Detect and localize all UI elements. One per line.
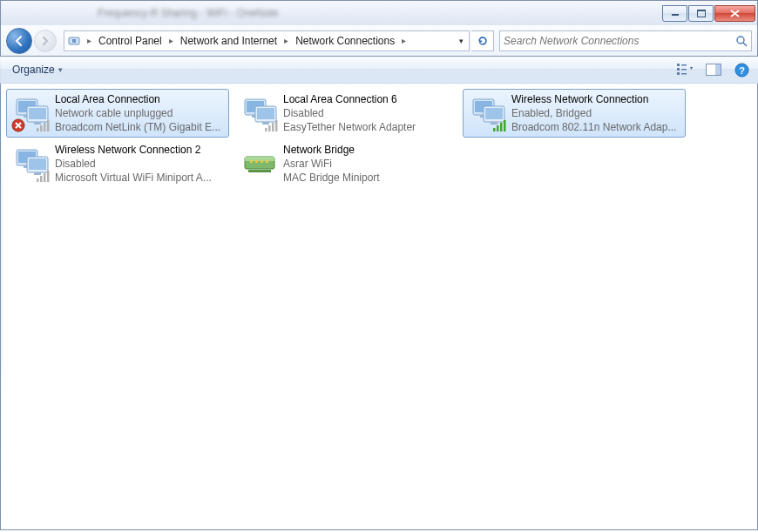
connection-item[interactable]: Local Area Connection Network cable unpl… bbox=[6, 89, 229, 138]
svg-rect-7 bbox=[677, 64, 680, 66]
svg-rect-24 bbox=[37, 128, 39, 131]
edge-glow bbox=[0, 84, 3, 530]
window-title: Frequency-R Sharing - WiFi - OneNote bbox=[2, 7, 662, 19]
connection-status: Asrar WiFi bbox=[283, 157, 454, 171]
svg-rect-60 bbox=[248, 170, 271, 172]
svg-rect-62 bbox=[255, 160, 258, 163]
arrow-left-icon bbox=[13, 35, 25, 47]
breadcrumb-sep[interactable]: ▸ bbox=[166, 36, 177, 45]
svg-rect-37 bbox=[275, 120, 278, 131]
view-options-button[interactable] bbox=[676, 60, 695, 79]
connection-text: Wireless Network Connection 2 Disabled M… bbox=[53, 143, 226, 185]
svg-rect-11 bbox=[677, 72, 680, 75]
svg-rect-64 bbox=[266, 160, 268, 163]
svg-rect-0 bbox=[672, 14, 679, 16]
breadcrumb-sep[interactable]: ▸ bbox=[281, 36, 292, 45]
svg-rect-57 bbox=[47, 171, 50, 182]
address-breadcrumb[interactable]: ▸ Control Panel ▸ Network and Internet ▸… bbox=[64, 30, 470, 51]
connection-icon bbox=[238, 143, 281, 185]
window-titlebar: Frequency-R Sharing - WiFi - OneNote bbox=[0, 0, 758, 25]
location-icon bbox=[64, 31, 84, 51]
svg-rect-46 bbox=[500, 123, 503, 131]
svg-rect-8 bbox=[681, 64, 687, 66]
svg-rect-54 bbox=[37, 178, 39, 182]
preview-pane-icon bbox=[706, 64, 721, 76]
connection-item[interactable]: Wireless Network Connection 2 Disabled M… bbox=[6, 139, 229, 188]
connection-text: Network Bridge Asrar WiFi MAC Bridge Min… bbox=[281, 143, 454, 185]
navigation-bar: ▸ Control Panel ▸ Network and Internet ▸… bbox=[0, 25, 758, 57]
connection-device: Broadcom NetLink (TM) Gigabit E... bbox=[55, 120, 226, 134]
svg-rect-55 bbox=[40, 176, 43, 182]
connection-title: Local Area Connection bbox=[55, 92, 226, 106]
connection-text: Local Area Connection 6 Disabled EasyTet… bbox=[281, 92, 454, 134]
svg-rect-36 bbox=[272, 123, 274, 131]
search-box[interactable] bbox=[499, 30, 752, 51]
search-input[interactable] bbox=[504, 35, 735, 47]
svg-rect-63 bbox=[261, 160, 263, 163]
breadcrumb-sep[interactable]: ▸ bbox=[84, 36, 95, 45]
content-area[interactable]: Local Area Connection Network cable unpl… bbox=[0, 84, 758, 530]
nav-back-button[interactable] bbox=[6, 28, 32, 54]
svg-rect-9 bbox=[677, 68, 680, 71]
connection-title: Local Area Connection 6 bbox=[283, 92, 454, 106]
window-buttons bbox=[662, 5, 756, 22]
svg-rect-25 bbox=[40, 125, 43, 131]
minimize-button[interactable] bbox=[662, 5, 687, 22]
svg-rect-45 bbox=[497, 125, 499, 131]
nav-forward-button[interactable] bbox=[34, 30, 57, 52]
search-icon bbox=[735, 35, 748, 47]
breadcrumb-sep[interactable]: ▸ bbox=[398, 36, 409, 45]
svg-rect-56 bbox=[44, 173, 46, 182]
connection-status: Network cable unplugged bbox=[55, 106, 226, 120]
close-button[interactable] bbox=[714, 5, 755, 22]
connection-status: Disabled bbox=[55, 157, 226, 171]
refresh-button[interactable] bbox=[471, 30, 494, 51]
svg-rect-27 bbox=[47, 120, 50, 131]
svg-rect-2 bbox=[697, 10, 706, 11]
svg-rect-59 bbox=[245, 157, 274, 161]
svg-line-6 bbox=[743, 43, 747, 46]
connection-text: Local Area Connection Network cable unpl… bbox=[53, 92, 226, 134]
svg-point-5 bbox=[737, 37, 744, 44]
preview-pane-button[interactable] bbox=[704, 60, 723, 79]
svg-rect-26 bbox=[44, 123, 46, 131]
connection-text: Wireless Network Connection Enabled, Bri… bbox=[510, 92, 682, 134]
breadcrumb-dropdown[interactable]: ▾ bbox=[453, 31, 469, 51]
maximize-button[interactable] bbox=[688, 5, 714, 22]
svg-rect-47 bbox=[504, 120, 506, 131]
help-icon: ? bbox=[734, 63, 749, 77]
svg-rect-4 bbox=[72, 39, 76, 43]
connection-title: Wireless Network Connection bbox=[511, 92, 682, 106]
connection-title: Network Bridge bbox=[283, 143, 454, 157]
connection-item[interactable]: Local Area Connection 6 Disabled EasyTet… bbox=[234, 89, 457, 138]
connection-icon bbox=[10, 92, 53, 134]
svg-text:?: ? bbox=[739, 64, 745, 75]
connection-item[interactable]: Wireless Network Connection Enabled, Bri… bbox=[463, 89, 686, 138]
connection-item[interactable]: Network Bridge Asrar WiFi MAC Bridge Min… bbox=[234, 139, 457, 188]
svg-rect-14 bbox=[715, 64, 721, 75]
connection-status: Disabled bbox=[283, 106, 454, 120]
connection-device: Microsoft Virtual WiFi Miniport A... bbox=[55, 171, 226, 185]
crumb-network-internet[interactable]: Network and Internet bbox=[177, 35, 281, 47]
toolbar: Organize ? bbox=[0, 57, 758, 84]
refresh-icon bbox=[477, 35, 489, 47]
svg-rect-61 bbox=[250, 160, 253, 163]
svg-rect-10 bbox=[681, 69, 687, 71]
crumb-control-panel[interactable]: Control Panel bbox=[95, 35, 166, 47]
organize-label: Organize bbox=[12, 64, 55, 76]
help-button[interactable]: ? bbox=[732, 60, 751, 79]
svg-rect-34 bbox=[265, 128, 267, 131]
connection-icon bbox=[466, 92, 510, 134]
svg-rect-44 bbox=[493, 128, 496, 131]
connection-status: Enabled, Bridged bbox=[511, 106, 682, 120]
connection-device: MAC Bridge Miniport bbox=[283, 171, 454, 185]
connection-icon bbox=[238, 92, 281, 134]
arrow-right-icon bbox=[40, 36, 51, 46]
svg-rect-1 bbox=[697, 10, 705, 17]
organize-menu[interactable]: Organize bbox=[7, 60, 68, 79]
crumb-network-connections[interactable]: Network Connections bbox=[292, 35, 398, 47]
minimize-icon bbox=[671, 10, 680, 17]
connection-device: EasyTether Network Adapter bbox=[283, 120, 454, 134]
maximize-icon bbox=[697, 10, 706, 17]
svg-rect-35 bbox=[268, 125, 271, 131]
